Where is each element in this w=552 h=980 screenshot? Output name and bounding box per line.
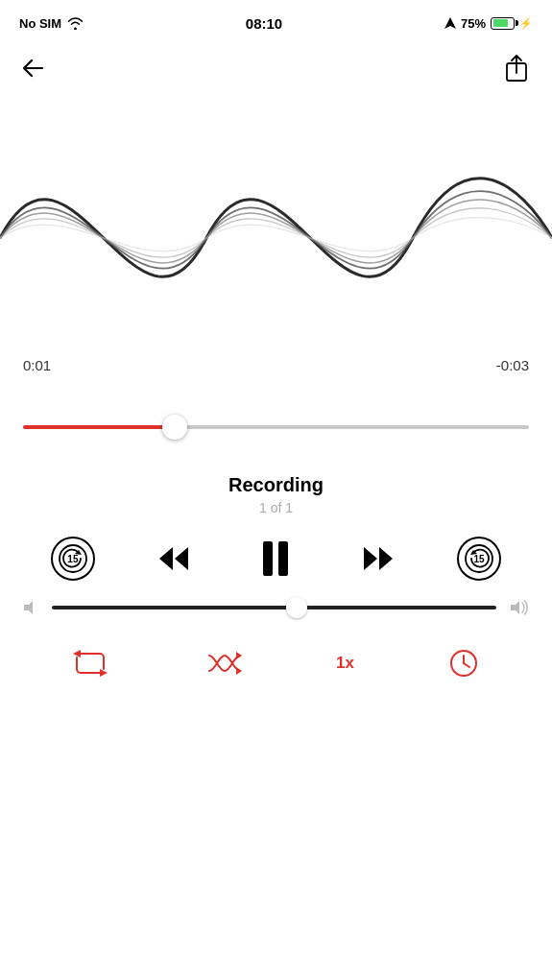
shuffle-icon (207, 650, 242, 677)
progress-section (0, 401, 552, 461)
volume-thumb[interactable] (286, 597, 307, 618)
svg-marker-4 (175, 547, 188, 570)
forward-15-label: 15 (474, 554, 485, 564)
pause-icon (263, 541, 288, 576)
rewind-icon (156, 544, 191, 573)
waveform-svg (0, 123, 552, 353)
waveform-end-time: -0:03 (496, 357, 529, 373)
back-button[interactable] (19, 55, 48, 82)
rewind-button[interactable] (151, 538, 197, 579)
progress-track (23, 425, 529, 429)
fast-forward-button[interactable] (355, 538, 401, 579)
volume-min-icon (23, 600, 38, 615)
battery-icon (491, 17, 515, 30)
rewind-15-label: 15 (67, 554, 78, 564)
pause-button[interactable] (252, 535, 300, 583)
waveform-container: 0:01 -0:03 (0, 94, 552, 401)
charging-icon: ⚡ (519, 17, 533, 30)
rewind-15-button[interactable]: 15 (51, 537, 95, 581)
waveform-times: 0:01 -0:03 (0, 353, 552, 373)
status-left: No SIM (19, 16, 84, 31)
history-icon (448, 648, 479, 679)
battery-percent: 75% (461, 16, 486, 31)
svg-marker-3 (159, 547, 173, 570)
progress-slider[interactable] (23, 411, 529, 443)
volume-slider[interactable] (52, 606, 496, 610)
track-title: Recording (0, 474, 552, 496)
repeat-button[interactable] (67, 644, 113, 682)
svg-marker-6 (379, 547, 393, 570)
track-subtitle: 1 of 1 (0, 500, 552, 515)
fast-forward-icon (361, 544, 396, 573)
svg-marker-11 (100, 669, 108, 677)
progress-thumb[interactable] (162, 415, 187, 440)
status-bar: No SIM 08:10 75% ⚡ (0, 0, 552, 42)
bottom-controls: 1x (0, 629, 552, 711)
svg-marker-10 (511, 601, 519, 614)
svg-marker-9 (24, 601, 33, 614)
svg-marker-5 (364, 547, 377, 570)
status-right: 75% ⚡ (444, 16, 533, 31)
status-time: 08:10 (246, 15, 282, 32)
svg-marker-14 (236, 667, 242, 675)
playback-controls: 15 15 (0, 521, 552, 596)
location-icon (444, 17, 456, 30)
history-button[interactable] (443, 642, 485, 684)
waveform-start-time: 0:01 (23, 357, 51, 373)
forward-15-button[interactable]: 15 (457, 537, 501, 581)
shuffle-button[interactable] (202, 644, 248, 682)
volume-max-icon (510, 600, 529, 615)
nav-bar (0, 42, 552, 94)
carrier-text: No SIM (19, 16, 61, 31)
svg-marker-13 (236, 652, 242, 659)
repeat-icon (73, 650, 108, 677)
svg-line-17 (464, 663, 469, 667)
svg-marker-12 (73, 650, 81, 657)
volume-section (0, 596, 552, 629)
progress-fill (23, 425, 175, 429)
track-info: Recording 1 of 1 (0, 461, 552, 521)
share-button[interactable] (500, 52, 533, 84)
speed-button[interactable]: 1x (336, 654, 354, 673)
wifi-icon (67, 17, 84, 30)
